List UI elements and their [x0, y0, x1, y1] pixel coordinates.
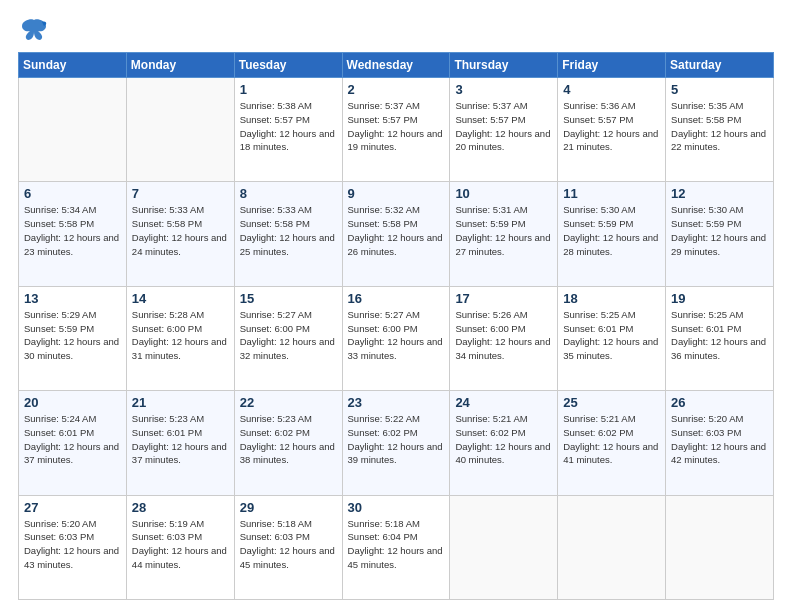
day-header-monday: Monday	[126, 53, 234, 78]
day-number: 19	[671, 291, 768, 306]
calendar-week-5: 27Sunrise: 5:20 AMSunset: 6:03 PMDayligh…	[19, 495, 774, 599]
logo-bird-icon	[20, 18, 48, 42]
calendar-cell: 9Sunrise: 5:32 AMSunset: 5:58 PMDaylight…	[342, 182, 450, 286]
calendar-cell: 4Sunrise: 5:36 AMSunset: 5:57 PMDaylight…	[558, 78, 666, 182]
day-number: 9	[348, 186, 445, 201]
day-number: 3	[455, 82, 552, 97]
day-info: Sunrise: 5:32 AMSunset: 5:58 PMDaylight:…	[348, 203, 445, 258]
calendar-cell: 23Sunrise: 5:22 AMSunset: 6:02 PMDayligh…	[342, 391, 450, 495]
calendar-table: SundayMondayTuesdayWednesdayThursdayFrid…	[18, 52, 774, 600]
day-info: Sunrise: 5:33 AMSunset: 5:58 PMDaylight:…	[240, 203, 337, 258]
calendar-cell: 3Sunrise: 5:37 AMSunset: 5:57 PMDaylight…	[450, 78, 558, 182]
day-info: Sunrise: 5:21 AMSunset: 6:02 PMDaylight:…	[563, 412, 660, 467]
day-info: Sunrise: 5:31 AMSunset: 5:59 PMDaylight:…	[455, 203, 552, 258]
day-number: 6	[24, 186, 121, 201]
day-info: Sunrise: 5:22 AMSunset: 6:02 PMDaylight:…	[348, 412, 445, 467]
day-info: Sunrise: 5:35 AMSunset: 5:58 PMDaylight:…	[671, 99, 768, 154]
day-info: Sunrise: 5:25 AMSunset: 6:01 PMDaylight:…	[563, 308, 660, 363]
calendar-cell: 18Sunrise: 5:25 AMSunset: 6:01 PMDayligh…	[558, 286, 666, 390]
day-number: 27	[24, 500, 121, 515]
day-header-sunday: Sunday	[19, 53, 127, 78]
day-header-tuesday: Tuesday	[234, 53, 342, 78]
day-info: Sunrise: 5:27 AMSunset: 6:00 PMDaylight:…	[240, 308, 337, 363]
day-number: 4	[563, 82, 660, 97]
day-info: Sunrise: 5:36 AMSunset: 5:57 PMDaylight:…	[563, 99, 660, 154]
day-info: Sunrise: 5:37 AMSunset: 5:57 PMDaylight:…	[455, 99, 552, 154]
calendar-cell: 27Sunrise: 5:20 AMSunset: 6:03 PMDayligh…	[19, 495, 127, 599]
day-info: Sunrise: 5:25 AMSunset: 6:01 PMDaylight:…	[671, 308, 768, 363]
calendar-cell: 21Sunrise: 5:23 AMSunset: 6:01 PMDayligh…	[126, 391, 234, 495]
day-number: 18	[563, 291, 660, 306]
day-number: 2	[348, 82, 445, 97]
day-number: 13	[24, 291, 121, 306]
day-number: 26	[671, 395, 768, 410]
day-info: Sunrise: 5:23 AMSunset: 6:01 PMDaylight:…	[132, 412, 229, 467]
day-header-wednesday: Wednesday	[342, 53, 450, 78]
day-info: Sunrise: 5:37 AMSunset: 5:57 PMDaylight:…	[348, 99, 445, 154]
header	[18, 18, 774, 42]
day-info: Sunrise: 5:27 AMSunset: 6:00 PMDaylight:…	[348, 308, 445, 363]
calendar-cell: 2Sunrise: 5:37 AMSunset: 5:57 PMDaylight…	[342, 78, 450, 182]
calendar-cell: 20Sunrise: 5:24 AMSunset: 6:01 PMDayligh…	[19, 391, 127, 495]
day-info: Sunrise: 5:29 AMSunset: 5:59 PMDaylight:…	[24, 308, 121, 363]
calendar-cell: 14Sunrise: 5:28 AMSunset: 6:00 PMDayligh…	[126, 286, 234, 390]
calendar-cell: 15Sunrise: 5:27 AMSunset: 6:00 PMDayligh…	[234, 286, 342, 390]
day-number: 11	[563, 186, 660, 201]
day-number: 24	[455, 395, 552, 410]
calendar-cell: 7Sunrise: 5:33 AMSunset: 5:58 PMDaylight…	[126, 182, 234, 286]
calendar-week-2: 6Sunrise: 5:34 AMSunset: 5:58 PMDaylight…	[19, 182, 774, 286]
calendar-cell: 10Sunrise: 5:31 AMSunset: 5:59 PMDayligh…	[450, 182, 558, 286]
calendar-week-3: 13Sunrise: 5:29 AMSunset: 5:59 PMDayligh…	[19, 286, 774, 390]
day-number: 8	[240, 186, 337, 201]
day-info: Sunrise: 5:30 AMSunset: 5:59 PMDaylight:…	[563, 203, 660, 258]
day-number: 1	[240, 82, 337, 97]
calendar-cell: 12Sunrise: 5:30 AMSunset: 5:59 PMDayligh…	[666, 182, 774, 286]
day-number: 22	[240, 395, 337, 410]
calendar-cell: 13Sunrise: 5:29 AMSunset: 5:59 PMDayligh…	[19, 286, 127, 390]
day-number: 14	[132, 291, 229, 306]
day-number: 5	[671, 82, 768, 97]
day-number: 16	[348, 291, 445, 306]
calendar-week-1: 1Sunrise: 5:38 AMSunset: 5:57 PMDaylight…	[19, 78, 774, 182]
calendar-cell: 28Sunrise: 5:19 AMSunset: 6:03 PMDayligh…	[126, 495, 234, 599]
day-info: Sunrise: 5:28 AMSunset: 6:00 PMDaylight:…	[132, 308, 229, 363]
day-number: 12	[671, 186, 768, 201]
calendar-cell: 24Sunrise: 5:21 AMSunset: 6:02 PMDayligh…	[450, 391, 558, 495]
day-header-friday: Friday	[558, 53, 666, 78]
day-header-saturday: Saturday	[666, 53, 774, 78]
day-number: 29	[240, 500, 337, 515]
calendar-cell: 1Sunrise: 5:38 AMSunset: 5:57 PMDaylight…	[234, 78, 342, 182]
day-info: Sunrise: 5:18 AMSunset: 6:04 PMDaylight:…	[348, 517, 445, 572]
day-info: Sunrise: 5:19 AMSunset: 6:03 PMDaylight:…	[132, 517, 229, 572]
day-header-thursday: Thursday	[450, 53, 558, 78]
calendar-header-row: SundayMondayTuesdayWednesdayThursdayFrid…	[19, 53, 774, 78]
calendar-cell: 29Sunrise: 5:18 AMSunset: 6:03 PMDayligh…	[234, 495, 342, 599]
calendar-cell	[19, 78, 127, 182]
day-info: Sunrise: 5:34 AMSunset: 5:58 PMDaylight:…	[24, 203, 121, 258]
calendar-cell: 8Sunrise: 5:33 AMSunset: 5:58 PMDaylight…	[234, 182, 342, 286]
calendar-cell: 22Sunrise: 5:23 AMSunset: 6:02 PMDayligh…	[234, 391, 342, 495]
day-info: Sunrise: 5:20 AMSunset: 6:03 PMDaylight:…	[24, 517, 121, 572]
calendar-cell: 6Sunrise: 5:34 AMSunset: 5:58 PMDaylight…	[19, 182, 127, 286]
day-number: 20	[24, 395, 121, 410]
calendar-cell: 16Sunrise: 5:27 AMSunset: 6:00 PMDayligh…	[342, 286, 450, 390]
calendar-cell: 19Sunrise: 5:25 AMSunset: 6:01 PMDayligh…	[666, 286, 774, 390]
day-number: 15	[240, 291, 337, 306]
day-number: 28	[132, 500, 229, 515]
day-info: Sunrise: 5:33 AMSunset: 5:58 PMDaylight:…	[132, 203, 229, 258]
day-info: Sunrise: 5:26 AMSunset: 6:00 PMDaylight:…	[455, 308, 552, 363]
day-info: Sunrise: 5:20 AMSunset: 6:03 PMDaylight:…	[671, 412, 768, 467]
calendar-cell: 25Sunrise: 5:21 AMSunset: 6:02 PMDayligh…	[558, 391, 666, 495]
day-info: Sunrise: 5:23 AMSunset: 6:02 PMDaylight:…	[240, 412, 337, 467]
day-info: Sunrise: 5:30 AMSunset: 5:59 PMDaylight:…	[671, 203, 768, 258]
calendar-cell: 5Sunrise: 5:35 AMSunset: 5:58 PMDaylight…	[666, 78, 774, 182]
day-info: Sunrise: 5:21 AMSunset: 6:02 PMDaylight:…	[455, 412, 552, 467]
day-number: 21	[132, 395, 229, 410]
day-number: 10	[455, 186, 552, 201]
calendar-cell: 11Sunrise: 5:30 AMSunset: 5:59 PMDayligh…	[558, 182, 666, 286]
calendar-cell	[126, 78, 234, 182]
page: SundayMondayTuesdayWednesdayThursdayFrid…	[0, 0, 792, 612]
day-number: 7	[132, 186, 229, 201]
day-number: 30	[348, 500, 445, 515]
calendar-cell: 30Sunrise: 5:18 AMSunset: 6:04 PMDayligh…	[342, 495, 450, 599]
